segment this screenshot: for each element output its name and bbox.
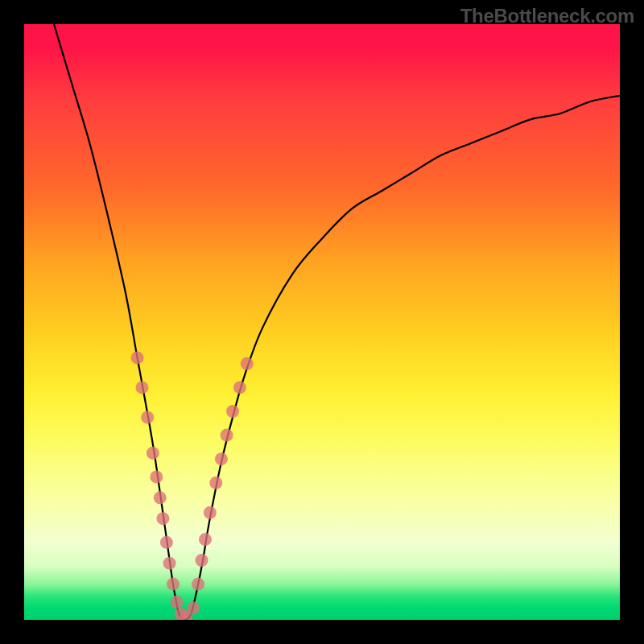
data-marker (147, 447, 159, 460)
data-marker (233, 381, 246, 394)
data-marker (204, 506, 217, 519)
data-marker (170, 596, 183, 609)
chart-svg (24, 24, 620, 620)
data-marker (192, 578, 204, 591)
chart-frame (24, 24, 620, 620)
data-marker (187, 601, 200, 614)
data-marker (141, 411, 154, 423)
data-marker (154, 491, 167, 504)
data-marker (196, 554, 208, 567)
bottleneck-curve (54, 24, 620, 620)
marker-group (131, 351, 254, 620)
data-marker (136, 381, 149, 394)
data-marker (215, 452, 228, 465)
data-marker (226, 405, 239, 418)
data-marker (209, 477, 222, 489)
data-marker (160, 536, 173, 549)
data-marker (199, 533, 212, 546)
data-marker (221, 429, 233, 442)
data-marker (150, 470, 163, 483)
watermark-text: TheBottleneck.com (460, 5, 634, 27)
data-marker (241, 357, 254, 370)
data-marker (163, 557, 176, 570)
data-marker (131, 351, 144, 364)
data-marker (156, 512, 169, 525)
data-marker (167, 578, 180, 591)
